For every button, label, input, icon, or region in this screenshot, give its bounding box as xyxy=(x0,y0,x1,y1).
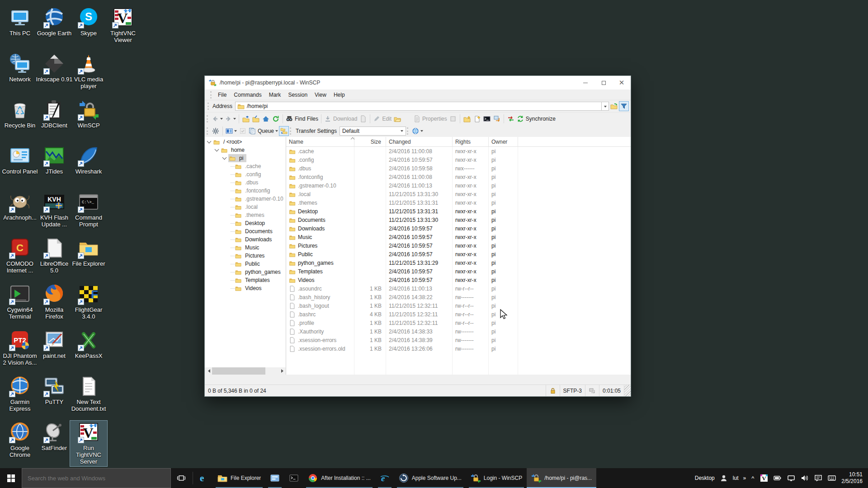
minimize-button[interactable] xyxy=(576,76,594,89)
file-row-pictures[interactable]: Pictures2/4/2016 10:59:57rwxr-xr-xpi xyxy=(286,241,631,250)
status-protocol[interactable]: SFTP-3 xyxy=(560,385,585,396)
duplicate-button[interactable] xyxy=(392,114,402,124)
tree-item-root[interactable]: / <root> xyxy=(205,138,286,146)
file-row-videos[interactable]: Videos2/4/2016 10:59:57rwxr-xr-xpi xyxy=(286,276,631,284)
tree-item-desktop[interactable]: Desktop xyxy=(205,219,286,227)
search-input[interactable] xyxy=(22,475,170,482)
filter-button[interactable] xyxy=(619,101,629,111)
tree-item-dbus[interactable]: .dbus xyxy=(205,178,286,187)
file-row-music[interactable]: Music2/4/2016 10:59:57rwxr-xr-xpi xyxy=(286,233,631,241)
find-files-button[interactable]: Find Files xyxy=(285,114,319,124)
desktop-icon-jtides[interactable]: JTides xyxy=(35,144,73,177)
root-directory-button[interactable] xyxy=(251,114,261,124)
tree-item-home[interactable]: home xyxy=(205,146,286,154)
column-header-name[interactable]: Name xyxy=(286,137,354,146)
file-row-bash-logout[interactable]: .bash_logout1 KB11/21/2015 12:32:11rw-r-… xyxy=(286,301,631,310)
forward-button[interactable] xyxy=(224,114,237,124)
new-folder-button[interactable] xyxy=(462,114,472,124)
column-header-rights[interactable]: Rights xyxy=(453,137,489,146)
task-view-button[interactable] xyxy=(171,468,192,488)
tray-comment-icon[interactable] xyxy=(814,474,822,482)
file-row-templates[interactable]: Templates2/4/2016 10:59:57rwxr-xr-xpi xyxy=(286,267,631,276)
desktop-icon-google-chrome[interactable]: Google Chrome xyxy=(1,420,39,460)
file-row-bash-history[interactable]: .bash_history1 KB2/4/2016 14:38:22rw----… xyxy=(286,293,631,301)
edit-button[interactable]: Edit xyxy=(372,114,392,124)
keep-remote-up-to-date-button[interactable] xyxy=(506,114,516,124)
taskbar-clock[interactable]: 10:51 2/5/2016 xyxy=(839,471,868,485)
tree-item-fontconfig[interactable]: .fontconfig xyxy=(205,187,286,195)
file-row-xsession-errors-old[interactable]: .xsession-errors.old1 KB2/4/2016 13:26:0… xyxy=(286,344,631,353)
tree-item-cache[interactable]: .cache xyxy=(205,162,286,170)
taskbar-button-bluepanel[interactable] xyxy=(265,468,284,488)
file-row-cache[interactable]: .cache2/4/2016 11:00:08rwxr-xr-xpi xyxy=(286,147,631,155)
taskbar-button-login-winscp[interactable]: Login - WinSCP xyxy=(466,468,527,488)
maximize-button[interactable] xyxy=(594,76,613,89)
tree-item-config[interactable]: .config xyxy=(205,170,286,178)
tree-item-pi[interactable]: pi xyxy=(205,154,286,162)
tray-expand-button[interactable]: ^ xyxy=(751,475,754,482)
tray-display-icon[interactable] xyxy=(787,474,795,482)
properties-button[interactable]: Properties xyxy=(412,114,448,124)
parent-directory-button[interactable] xyxy=(241,114,251,124)
desktop-icon-satfinder[interactable]: SatFinder xyxy=(35,420,73,453)
transfer-settings-combo[interactable]: Default xyxy=(340,127,406,136)
taskbar-search[interactable] xyxy=(22,468,171,488)
download-button[interactable]: Download xyxy=(323,114,358,124)
desktop-icon-network[interactable]: Network xyxy=(1,52,39,84)
desktop-icon-garmin-express[interactable]: Garmin Express xyxy=(1,374,39,414)
file-row-xsession-errors[interactable]: .xsession-errors1 KB2/4/2016 14:38:39rw-… xyxy=(286,336,631,344)
desktop-icon-control-panel[interactable]: Control Panel xyxy=(1,144,39,177)
desktop-icon-google-earth[interactable]: Google Earth xyxy=(35,5,73,38)
tray-speaker-icon[interactable] xyxy=(801,474,809,482)
desktop-icon-libreoffice-5-0[interactable]: LibreOffice 5.0 xyxy=(35,236,73,276)
column-header-size[interactable]: Size xyxy=(354,137,386,146)
titlebar[interactable]: /home/pi - pi@raspberrypi.local - WinSCP… xyxy=(205,76,631,89)
synchronize-browsing-button[interactable] xyxy=(279,126,289,136)
taskbar-button-ie[interactable]: e xyxy=(375,468,394,488)
tray-vnc-icon[interactable]: V xyxy=(760,474,768,482)
file-row-xauthority[interactable]: .Xauthority1 KB2/4/2016 14:38:33rw------… xyxy=(286,327,631,336)
queue-button[interactable]: Queue xyxy=(248,126,279,136)
scrollbar-thumb[interactable] xyxy=(212,367,265,375)
close-button[interactable]: ✕ xyxy=(613,76,631,89)
tree-item-music[interactable]: Music xyxy=(205,244,286,252)
queue-show-button[interactable] xyxy=(238,126,248,136)
desktop-icon-comodo-internet[interactable]: CCOMODO Internet ... xyxy=(1,236,39,276)
tree-horizontal-scrollbar[interactable] xyxy=(205,367,286,375)
desktop-icon-file-explorer[interactable]: File Explorer xyxy=(70,236,108,269)
tree-item-documents[interactable]: Documents xyxy=(205,227,286,235)
add-to-queue-button[interactable] xyxy=(492,114,502,124)
tree-expand-chevron-icon[interactable] xyxy=(215,147,219,152)
menu-session[interactable]: Session xyxy=(284,90,311,100)
taskbar-button-cmdsm[interactable] xyxy=(284,468,303,488)
desktop-icon-jdbclient[interactable]: JDBClient xyxy=(35,98,73,131)
preferences-button[interactable] xyxy=(211,126,221,136)
file-row-public[interactable]: Public2/4/2016 10:59:57rwxr-xr-xpi xyxy=(286,250,631,258)
tree-item-downloads[interactable]: Downloads xyxy=(205,235,286,244)
tree-item-local[interactable]: .local xyxy=(205,203,286,211)
taskbar-button-edge[interactable]: e xyxy=(194,468,213,488)
menu-view[interactable]: View xyxy=(311,90,330,100)
desktop-icon-inkscape-0-91[interactable]: Inkscape 0.91 xyxy=(35,52,73,84)
tree-item-themes[interactable]: .themes xyxy=(205,211,286,219)
desktop-icon-vlc-media-player[interactable]: VLC media player xyxy=(70,52,108,91)
tree-item-public[interactable]: Public xyxy=(205,260,286,268)
desktop-icon-winscp[interactable]: WinSCP xyxy=(70,98,108,131)
desktop-icon-run-tightvnc-server[interactable]: VRun TightVNC Server xyxy=(70,420,108,467)
taskbar-button-file-explorer[interactable]: File Explorer xyxy=(213,468,265,488)
layout-button[interactable] xyxy=(225,126,238,136)
open-directory-button[interactable] xyxy=(609,101,619,111)
address-input[interactable]: /home/pi xyxy=(235,102,602,111)
tree-item-python-games[interactable]: python_games xyxy=(205,268,286,276)
file-row-dbus[interactable]: .dbus2/4/2016 10:59:58rwx------pi xyxy=(286,164,631,173)
synchronize-button[interactable]: Synchronize xyxy=(516,114,557,124)
desktop-icon-putty[interactable]: PuTTY xyxy=(35,374,73,407)
file-row-asoundrc[interactable]: .asoundrc1 KB2/4/2016 11:00:13rw-r--r--p… xyxy=(286,284,631,293)
desktop-icon-wireshark[interactable]: Wireshark xyxy=(70,144,108,177)
start-button[interactable] xyxy=(0,468,22,488)
scroll-right-arrow[interactable] xyxy=(279,367,286,375)
scrollbar-track[interactable] xyxy=(212,367,279,375)
file-row-fontconfig[interactable]: .fontconfig2/4/2016 11:00:08rwxr-xr-xpi xyxy=(286,173,631,181)
desktop-icon-this-pc[interactable]: This PC xyxy=(1,5,39,38)
desktop-icon-command-prompt[interactable]: C:\>_Command Prompt xyxy=(70,190,108,230)
